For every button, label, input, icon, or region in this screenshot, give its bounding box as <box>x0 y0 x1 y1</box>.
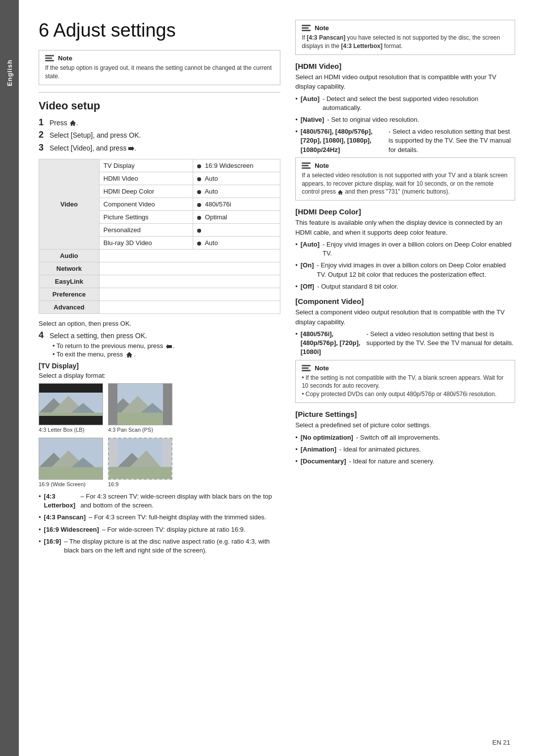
display-images-row1: 4:3 Letter Box (LB) <box>39 383 280 433</box>
step-num-3: 3 <box>39 143 47 153</box>
component-bullets: [480i/576i], [480p/576p], [720p], [1080i… <box>295 330 515 357</box>
picture-settings-title: [Picture Settings] <box>295 410 515 418</box>
note-label-4: Note <box>315 364 329 372</box>
menu-audio: Audio <box>39 250 100 262</box>
note-label-2: Note <box>315 24 329 32</box>
display-img-panscan: 4:3 Pan Scan (PS) <box>108 383 172 433</box>
tv-display-subtitle: Select a display format: <box>39 372 280 379</box>
svg-rect-13 <box>108 413 172 425</box>
component-subtitle: Select a component video output resoluti… <box>295 307 515 327</box>
svg-marker-0 <box>70 120 76 126</box>
bullet-lb-text: – For 4:3 screen TV: wide-screen display… <box>80 492 280 510</box>
value-component: 480i/576i <box>193 198 280 211</box>
tv-display-section: [TV Display] Select a display format: <box>39 362 280 555</box>
picture-settings-subtitle: Select a predefined set of picture color… <box>295 420 515 430</box>
menu-network: Network <box>39 262 100 275</box>
bullet-ps-text: – For 4:3 screen TV: full-height display… <box>89 513 266 522</box>
step-1-text: Press . <box>50 118 78 128</box>
value-personalized <box>193 224 280 237</box>
bullet-letterbox: [4:3 Letterbox] – For 4:3 screen TV: wid… <box>39 492 280 510</box>
hdmi-deep-bullets: [Auto] - Enjoy vivid images in over a bi… <box>295 240 515 291</box>
option-personalized: Personalized <box>99 224 193 237</box>
bar-left-ps <box>108 384 117 425</box>
side-tab: English <box>0 0 19 756</box>
svg-marker-2 <box>166 344 172 349</box>
section-title-video: Video setup <box>39 100 280 112</box>
deep-bullet-on: [On] - Enjoy vivid images in over a bill… <box>295 261 515 279</box>
menu-video: Video <box>39 159 100 250</box>
display-img-letterbox: 4:3 Letter Box (LB) <box>39 383 103 433</box>
divider-1 <box>39 92 280 93</box>
step-num-1: 1 <box>39 117 47 128</box>
hdmi-bullet-auto: [Auto] - Detect and select the best supp… <box>295 95 515 112</box>
step-num-2: 2 <box>39 130 47 140</box>
preference-empty <box>99 288 280 301</box>
back-icon <box>166 344 172 349</box>
svg-rect-24 <box>109 467 171 479</box>
tv-display-title: [TV Display] <box>39 362 280 370</box>
option-hdmi-video: HDMI Video <box>99 172 193 185</box>
step-num-4: 4 <box>39 330 47 341</box>
picture-bullet-anim: [Animation] - Ideal for animated picture… <box>295 445 515 454</box>
deep-bullet-auto: [Auto] - Enjoy vivid images in over a bi… <box>295 240 515 258</box>
note-header-4: Note <box>302 364 509 372</box>
display-img-ws <box>39 438 103 480</box>
svg-marker-25 <box>338 190 343 194</box>
hdmi-bullet-native: [Native] - Set to original video resolut… <box>295 115 515 124</box>
menu-preference: Preference <box>39 288 100 301</box>
steps-container: 1 Press . 2 Select [Setup], and press OK… <box>39 117 280 153</box>
note-label-3: Note <box>315 162 329 169</box>
page-number: EN 21 <box>492 739 510 746</box>
menu-easylink: EasyLink <box>39 275 100 288</box>
note-text-2: If [4:3 Panscan] you have selected is no… <box>302 34 509 50</box>
ps-label: 4:3 Pan Scan (PS) <box>108 427 153 433</box>
page-container: English 6 Adjust settings Note If the se… <box>0 0 535 756</box>
picture-bullets: [No optimization] - Switch off all impro… <box>295 433 515 466</box>
main-content: 6 Adjust settings Note If the setup opti… <box>19 0 535 756</box>
hdmi-video-title: [HDMI Video] <box>295 62 515 70</box>
lb-label: 4:3 Letter Box (LB) <box>39 427 84 433</box>
note-box-3: Note If a selected video resolution is n… <box>295 157 515 201</box>
note-box-2: Note If [4:3 Panscan] you have selected … <box>295 20 515 55</box>
display-img-lb <box>39 383 103 425</box>
option-tv-display: TV Display <box>99 159 193 172</box>
step-4-row: 4 Select a setting, then press OK. <box>39 330 280 341</box>
display-img-wide: 16:9 (Wide Screen) <box>39 438 103 487</box>
note-label-1: Note <box>58 54 72 62</box>
note-icon-1 <box>45 55 54 61</box>
hdmi-deep-subtitle: This feature is available only when the … <box>295 218 515 237</box>
component-title: [Component Video] <box>295 297 515 305</box>
bullet-widescreen: [16:9 Widescreen] – For wide-screen TV: … <box>39 525 280 534</box>
value-hdmi-deep: Auto <box>193 185 280 198</box>
mountain-svg-ps <box>108 384 172 425</box>
bullet-lb-bold: [4:3 Letterbox] <box>44 492 78 510</box>
note-icon-2 <box>302 25 311 31</box>
bar-right-ps <box>163 384 172 425</box>
mountain-svg-ws <box>39 438 103 479</box>
bar-top-lb <box>39 384 103 393</box>
display-img-169: 16:9 <box>108 438 172 487</box>
hdmi-video-subtitle: Select an HDMI video output resolution t… <box>295 72 515 92</box>
step-2: 2 Select [Setup], and press OK. <box>39 130 280 141</box>
arrow-right-icon <box>128 146 134 151</box>
hdmi-deep-title: [HDMI Deep Color] <box>295 207 515 216</box>
note-icon-4 <box>302 365 311 371</box>
after-table-note: Select an option, then press OK. <box>39 320 280 327</box>
settings-table: Video TV Display 16:9 Widescreen HDMI Vi… <box>39 159 280 314</box>
note-header-1: Note <box>45 54 274 62</box>
bullet-169: [16:9] – The display picture is at the d… <box>39 537 280 555</box>
picture-bullet-doc: [Documentary] - Ideal for nature and sce… <box>295 457 515 466</box>
audio-empty <box>99 250 280 262</box>
step-3-text: Select [Video], and press . <box>50 144 136 153</box>
home-icon-1 <box>69 120 76 126</box>
home-icon-3 <box>337 190 343 195</box>
option-picture: Picture Settings <box>99 211 193 224</box>
note-header-2: Note <box>302 24 509 32</box>
value-bluray: Auto <box>193 237 280 250</box>
note-text-1: If the setup option is grayed out, it me… <box>45 64 274 81</box>
display-img-ps <box>108 383 172 425</box>
bar-bottom-lb <box>39 416 103 425</box>
display-images-row2: 16:9 (Wide Screen) <box>39 438 280 487</box>
step-4-container: 4 Select a setting, then press OK. To re… <box>39 330 280 358</box>
value-tv-display: 16:9 Widescreen <box>193 159 280 172</box>
